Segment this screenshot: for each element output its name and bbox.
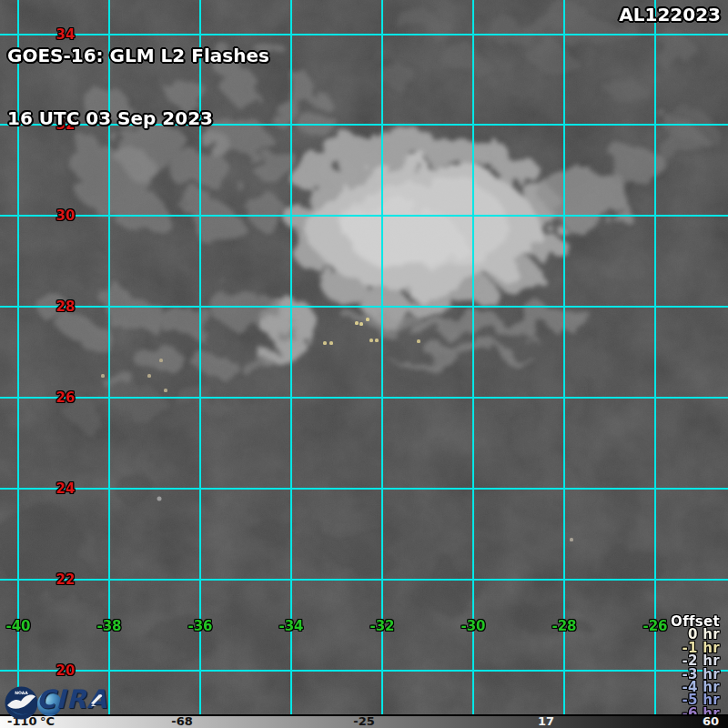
latitude-gridline: [0, 397, 728, 399]
product-title-line2: 16 UTC 03 Sep 2023: [7, 108, 269, 129]
noaa-logo: NOAA: [5, 686, 38, 720]
lightning-flash-marker: [375, 339, 379, 342]
lightning-flash-marker: [570, 538, 573, 541]
longitude-label: -38: [89, 618, 129, 634]
latitude-gridline: [0, 579, 728, 581]
colorbar-tick-label: 60: [703, 715, 719, 728]
colorbar-tick-label: -68: [171, 715, 193, 728]
satellite-viewer: GOES-16: GLM L2 Flashes 16 UTC 03 Sep 20…: [0, 0, 728, 728]
latitude-gridline: [0, 215, 728, 217]
cira-logo: CIRA: [36, 688, 109, 719]
latitude-gridline: [0, 670, 728, 672]
longitude-label: -30: [453, 618, 493, 634]
lightning-flash-marker: [323, 341, 327, 345]
longitude-label: -32: [362, 618, 402, 634]
product-title: GOES-16: GLM L2 Flashes 16 UTC 03 Sep 20…: [7, 4, 269, 171]
latitude-gridline: [0, 306, 728, 308]
lightning-flash-marker: [147, 374, 151, 378]
latitude-gridline: [0, 488, 728, 490]
noaa-logo-text: NOAA: [15, 691, 28, 695]
lightning-flash-marker: [366, 318, 369, 321]
lightning-flash-marker: [369, 339, 373, 342]
longitude-gridline: [381, 0, 383, 715]
longitude-gridline: [563, 0, 565, 715]
lightning-flash-marker: [417, 339, 420, 343]
temperature-colorbar: -110°C-68-251760: [0, 714, 728, 728]
storm-id-label: AL122023: [619, 4, 721, 25]
latitude-label: 24: [54, 480, 77, 497]
product-title-line1: GOES-16: GLM L2 Flashes: [7, 46, 269, 66]
longitude-label: -40: [0, 618, 38, 634]
longitude-label: -26: [635, 618, 675, 634]
longitude-label: -28: [544, 618, 584, 634]
latitude-label: 30: [54, 207, 77, 224]
lightning-flash-marker: [359, 322, 363, 326]
satellite-dish-icon: [88, 692, 105, 708]
longitude-label: -36: [180, 618, 220, 634]
latitude-label: 28: [54, 298, 77, 315]
longitude-gridline: [472, 0, 474, 715]
lightning-flash-marker: [101, 374, 105, 378]
lightning-flash-marker: [355, 321, 359, 325]
longitude-label: -34: [271, 618, 311, 634]
longitude-gridline: [290, 0, 292, 715]
lightning-flash-marker: [159, 359, 163, 362]
latitude-label: 22: [54, 571, 77, 588]
flash-offset-legend: Offset 0 hr-1 hr-2 hr-3 hr-4 hr-5 hr-6 h…: [671, 615, 720, 720]
latitude-label: 20: [54, 662, 77, 679]
colorbar-tick-label: 17: [538, 715, 554, 728]
lightning-flash-marker: [164, 389, 167, 392]
latitude-label: 26: [54, 389, 77, 406]
longitude-gridline: [654, 0, 656, 715]
lightning-flash-marker: [329, 341, 333, 345]
colorbar-tick-label: -25: [353, 715, 375, 728]
